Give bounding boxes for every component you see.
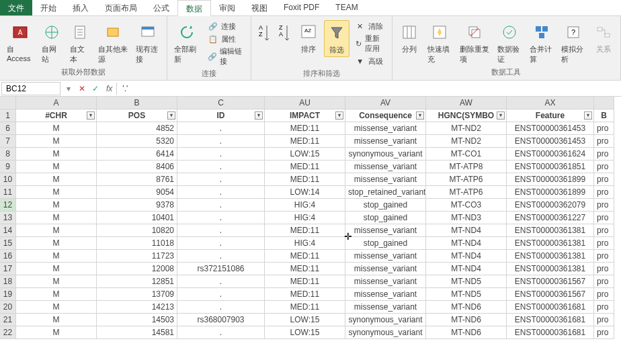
cell[interactable]: M [16, 161, 97, 173]
cell[interactable]: LOW:15 [265, 314, 345, 326]
cell[interactable]: . [177, 301, 265, 314]
cell[interactable]: MT-ND6 [426, 326, 507, 339]
cell[interactable]: . [177, 275, 265, 288]
row-header[interactable]: 18 [0, 275, 16, 288]
cell[interactable]: MED:11 [265, 250, 345, 263]
cell[interactable]: missense_variant [345, 275, 426, 288]
cell[interactable]: . [177, 250, 265, 263]
cell[interactable]: M [16, 275, 97, 288]
cell[interactable]: MED:11 [265, 173, 345, 186]
cell[interactable]: MT-ND4 [426, 250, 507, 263]
col-header[interactable]: AV [345, 97, 426, 109]
cell[interactable]: MED:11 [265, 122, 345, 135]
select-all-corner[interactable] [0, 97, 16, 109]
row-header[interactable]: 22 [0, 326, 16, 339]
cell[interactable]: . [177, 326, 265, 339]
filter-button[interactable]: 筛选 [324, 20, 349, 57]
cell[interactable]: HIG:4 [265, 212, 345, 224]
remove-dup-button[interactable]: 删除重复项 [457, 20, 493, 66]
cell[interactable]: 14213 [97, 301, 177, 314]
filter-arrow-icon[interactable]: ▾ [167, 111, 175, 120]
cell[interactable]: pro [594, 173, 614, 186]
column-name[interactable]: B [594, 109, 614, 122]
row-header[interactable]: 10 [0, 173, 16, 186]
cell[interactable]: 6414 [97, 148, 177, 161]
cell[interactable]: M [16, 326, 97, 339]
cell[interactable]: M [16, 250, 97, 263]
cell[interactable]: pro [594, 263, 614, 275]
cell[interactable]: MT-ATP8 [426, 161, 507, 173]
row-header[interactable]: 20 [0, 301, 16, 314]
cell[interactable]: missense_variant [345, 250, 426, 263]
cell[interactable]: ENST00000361453 [507, 122, 594, 135]
cell[interactable]: ENST00000361899 [507, 173, 594, 186]
row-header[interactable]: 16 [0, 250, 16, 263]
filter-arrow-icon[interactable]: ▾ [335, 111, 343, 120]
cell[interactable]: ENST00000361381 [507, 237, 594, 250]
cell[interactable]: ENST00000361227 [507, 212, 594, 224]
cell[interactable]: ENST00000361899 [507, 186, 594, 199]
col-header[interactable]: AX [507, 97, 594, 109]
cell[interactable]: MT-ND3 [426, 212, 507, 224]
cell[interactable]: MT-ND5 [426, 275, 507, 288]
cell[interactable]: ENST00000361624 [507, 148, 594, 161]
cell[interactable]: ENST00000361567 [507, 288, 594, 301]
column-name[interactable]: ID▾ [177, 109, 265, 122]
cell[interactable]: pro [594, 135, 614, 148]
cell[interactable]: missense_variant [345, 263, 426, 275]
from-web-button[interactable]: 自网站 [39, 20, 65, 66]
cell[interactable]: pro [594, 224, 614, 237]
cell[interactable]: MT-ND4 [426, 263, 507, 275]
tab-review[interactable]: 审阅 [211, 0, 243, 15]
filter-arrow-icon[interactable]: ▾ [416, 111, 424, 120]
row-header[interactable]: 7 [0, 135, 16, 148]
cell[interactable]: pro [594, 301, 614, 314]
cell[interactable]: pro [594, 148, 614, 161]
cell[interactable]: rs372151086 [177, 263, 265, 275]
cell[interactable]: pro [594, 122, 614, 135]
formula-bar[interactable]: '.' [116, 83, 621, 95]
cell[interactable]: M [16, 301, 97, 314]
cell[interactable]: M [16, 263, 97, 275]
cell[interactable]: pro [594, 326, 614, 339]
tab-formula[interactable]: 公式 [145, 0, 177, 15]
row-header[interactable]: 1 [0, 109, 16, 122]
cell[interactable]: 10820 [97, 224, 177, 237]
cell[interactable]: 14581 [97, 326, 177, 339]
column-name[interactable]: IMPACT▾ [265, 109, 345, 122]
cell[interactable]: ENST00000361681 [507, 301, 594, 314]
cell[interactable]: MED:11 [265, 275, 345, 288]
cell[interactable]: MT-ND4 [426, 237, 507, 250]
text-to-cols-button[interactable]: 分列 [397, 20, 422, 56]
col-header[interactable]: C [177, 97, 265, 109]
cell[interactable]: synonymous_variant [345, 314, 426, 326]
cell[interactable]: MT-ND2 [426, 122, 507, 135]
row-header[interactable]: 8 [0, 148, 16, 161]
cell[interactable]: 8761 [97, 173, 177, 186]
cell[interactable]: . [177, 122, 265, 135]
cell[interactable]: . [177, 237, 265, 250]
relations-button[interactable]: 关系 [591, 20, 616, 56]
cell[interactable]: 12851 [97, 275, 177, 288]
cell[interactable]: MED:11 [265, 135, 345, 148]
cell[interactable]: . [177, 224, 265, 237]
cell[interactable]: ENST00000361381 [507, 250, 594, 263]
cell[interactable]: 12008 [97, 263, 177, 275]
cell[interactable]: ENST00000361453 [507, 135, 594, 148]
connections-button[interactable]: 🔗连接 [205, 20, 247, 32]
cell[interactable]: . [177, 186, 265, 199]
consolidate-button[interactable]: 合并计算 [527, 20, 556, 66]
data-valid-button[interactable]: 数据验证 [495, 20, 524, 66]
cell[interactable]: LOW:14 [265, 186, 345, 199]
cell[interactable]: MED:11 [265, 161, 345, 173]
tab-team[interactable]: TEAM [327, 0, 366, 15]
cell[interactable]: pro [594, 314, 614, 326]
cell[interactable]: MT-ATP6 [426, 173, 507, 186]
col-header[interactable] [594, 97, 614, 109]
filter-arrow-icon[interactable]: ▾ [255, 111, 263, 120]
tab-home[interactable]: 开始 [32, 0, 65, 15]
name-box[interactable] [1, 82, 60, 95]
col-header[interactable]: AW [426, 97, 507, 109]
tab-view[interactable]: 视图 [243, 0, 276, 15]
cell[interactable]: synonymous_variant [345, 148, 426, 161]
